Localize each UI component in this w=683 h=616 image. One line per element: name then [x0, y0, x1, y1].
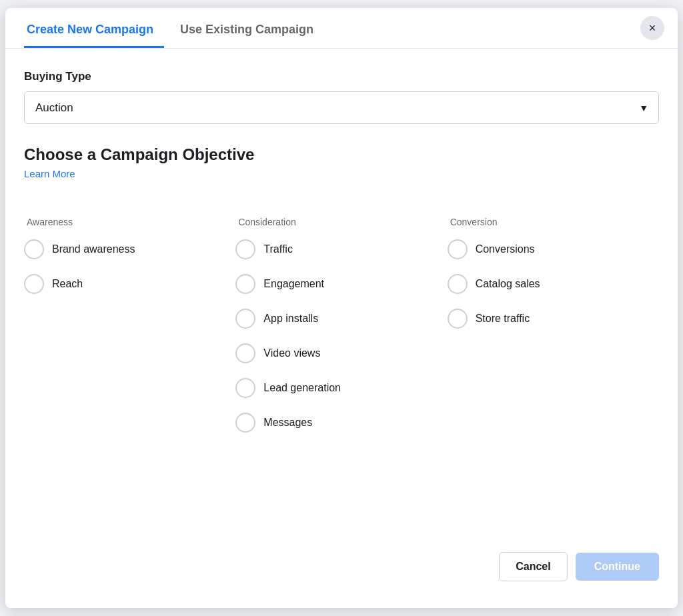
conversion-column: Conversion Conversions Catalog sales Sto…	[448, 217, 659, 447]
close-button[interactable]: ×	[640, 16, 664, 40]
consideration-column: Consideration Traffic Engagement App ins…	[235, 217, 447, 447]
consideration-header: Consideration	[235, 217, 447, 227]
radio-circle-brand-awareness	[24, 239, 44, 259]
radio-label-app-installs: App installs	[263, 313, 318, 325]
cancel-button[interactable]: Cancel	[499, 552, 567, 581]
tab-use-existing-campaign[interactable]: Use Existing Campaign	[177, 8, 324, 48]
awareness-header: Awareness	[24, 217, 235, 227]
objective-title: Choose a Campaign Objective	[24, 145, 659, 164]
radio-circle-video-views	[235, 343, 255, 363]
radio-circle-app-installs	[235, 309, 255, 329]
radio-store-traffic[interactable]: Store traffic	[448, 309, 659, 329]
radio-label-conversions: Conversions	[476, 243, 535, 255]
awareness-column: Awareness Brand awareness Reach	[24, 217, 235, 447]
radio-catalog-sales[interactable]: Catalog sales	[448, 274, 659, 294]
radio-circle-engagement	[235, 274, 255, 294]
learn-more-link[interactable]: Learn More	[24, 168, 75, 179]
radio-lead-generation[interactable]: Lead generation	[235, 378, 447, 398]
radio-label-video-views: Video views	[263, 347, 320, 359]
radio-circle-conversions	[448, 239, 468, 259]
buying-type-dropdown-wrapper: Auction Reach and Frequency ▼	[24, 91, 659, 124]
radio-label-lead-generation: Lead generation	[263, 382, 341, 394]
radio-label-engagement: Engagement	[263, 278, 324, 290]
radio-label-messages: Messages	[263, 417, 312, 429]
radio-app-installs[interactable]: App installs	[235, 309, 447, 329]
radio-brand-awareness[interactable]: Brand awareness	[24, 239, 235, 259]
radio-label-store-traffic: Store traffic	[476, 313, 530, 325]
radio-circle-messages	[235, 413, 255, 433]
buying-type-label: Buying Type	[24, 70, 659, 83]
buying-type-select[interactable]: Auction Reach and Frequency	[24, 91, 659, 124]
radio-conversions[interactable]: Conversions	[448, 239, 659, 259]
radio-traffic[interactable]: Traffic	[235, 239, 447, 259]
modal-footer: Cancel Continue	[5, 536, 678, 581]
radio-engagement[interactable]: Engagement	[235, 274, 447, 294]
tab-bar: Create New Campaign Use Existing Campaig…	[5, 8, 678, 49]
conversion-header: Conversion	[448, 217, 659, 227]
radio-messages[interactable]: Messages	[235, 413, 447, 433]
radio-label-reach: Reach	[52, 278, 83, 290]
continue-button[interactable]: Continue	[576, 553, 659, 581]
tab-create-new-campaign[interactable]: Create New Campaign	[24, 8, 164, 48]
radio-circle-traffic	[235, 239, 255, 259]
modal-body: Buying Type Auction Reach and Frequency …	[5, 49, 678, 536]
objectives-grid: Awareness Brand awareness Reach Consider…	[24, 217, 659, 447]
radio-circle-catalog-sales	[448, 274, 468, 294]
radio-label-catalog-sales: Catalog sales	[476, 278, 540, 290]
radio-video-views[interactable]: Video views	[235, 343, 447, 363]
radio-circle-store-traffic	[448, 309, 468, 329]
campaign-modal: Create New Campaign Use Existing Campaig…	[5, 8, 678, 608]
radio-reach[interactable]: Reach	[24, 274, 235, 294]
radio-label-traffic: Traffic	[263, 243, 293, 255]
radio-circle-reach	[24, 274, 44, 294]
radio-circle-lead-generation	[235, 378, 255, 398]
radio-label-brand-awareness: Brand awareness	[52, 243, 135, 255]
